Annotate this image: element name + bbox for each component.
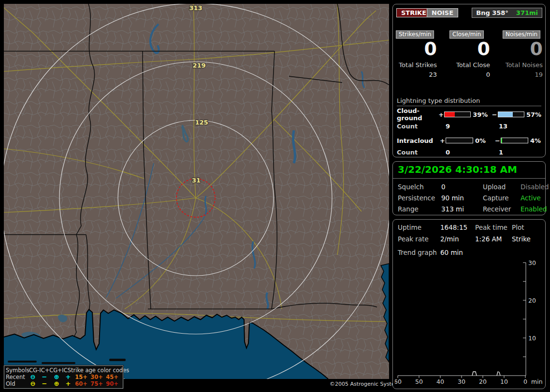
legend-age-header: Strike age color codes: [68, 367, 130, 374]
trend-series: [472, 372, 500, 376]
xtick-10: 10: [500, 378, 508, 385]
ic-count-row: Count 0 1: [397, 149, 541, 156]
cg-plus-count: 9: [446, 123, 499, 130]
receiver-status: Enabled: [521, 205, 549, 213]
close-counter: Close/min 0 Total Close 0: [449, 30, 490, 78]
ring-label-219: 219: [192, 62, 205, 69]
cg-minus-pct: 57%: [524, 111, 541, 118]
status-panel: 3/22/2026 4:30:18 AM Squelch 0 Upload Di…: [392, 161, 546, 215]
squelch-label: Squelch: [398, 183, 441, 191]
legend-col-pos-ic: +IC: [58, 367, 68, 374]
age-15: 15+: [73, 374, 89, 380]
cloud-ground-row: Cloud-ground + 39% − 57%: [397, 111, 541, 118]
strikes-per-min-chip: Strikes/min: [396, 30, 434, 39]
stats-rows: Uptime 1648:15 Peak time Plot Peak rate …: [393, 220, 545, 243]
trend-graph-label: Trend graph: [398, 249, 440, 256]
age-30: 30+: [89, 374, 104, 380]
strike-summary-panel: STRIKE NOISE Bng 358°371mi Strikes/min 0…: [392, 4, 546, 157]
ic-minus-pct: 4%: [528, 137, 541, 144]
xtick-40: 40: [436, 378, 444, 385]
rate-counters: Strikes/min 0 Total Strikes 23 Close/min…: [396, 30, 543, 78]
circle-minus-icon: ⊖: [27, 381, 39, 387]
legend-old-label: Old: [6, 380, 27, 387]
uptime-value: 1648:15: [440, 224, 475, 231]
uptime-label: Uptime: [398, 224, 440, 231]
squelch-value: 0: [441, 183, 483, 191]
copyright-text: ©2005 Astrogenic Systems: [330, 381, 403, 387]
peak-rate-value: 2/min: [440, 235, 475, 243]
ring-label-31: 31: [192, 177, 201, 184]
stats-trend-panel: Uptime 1648:15 Peak time Plot Peak rate …: [392, 219, 546, 389]
noises-counter: Noises/min 0 Total Noises 19: [503, 30, 543, 78]
minus-icon: −: [39, 374, 50, 380]
range-value: 313 mi: [441, 205, 483, 213]
total-noises-label: Total Noises: [503, 61, 543, 69]
strikes-per-min-value: 0: [396, 39, 437, 58]
receiver-label: Receiver: [483, 205, 521, 213]
ytick-10: 10: [528, 335, 536, 342]
close-per-min-value: 0: [449, 39, 490, 58]
ic-plus-count: 0: [446, 149, 499, 156]
cg-plus-pct: 39%: [471, 111, 492, 118]
close-per-min-chip: Close/min: [449, 30, 484, 39]
peak-time-label: Peak time: [475, 224, 512, 231]
minus-icon: −: [39, 381, 50, 387]
trend-graph-value: 60 min: [440, 249, 540, 256]
ic-plus-bar: [446, 138, 473, 143]
plot-label: Plot: [512, 224, 540, 231]
xtick-20: 20: [479, 378, 487, 385]
map-legend: Symbols -CG -IC +CG +IC Strike age color…: [4, 365, 123, 389]
x-unit-label: min: [531, 378, 543, 385]
age-45: 45+: [104, 374, 120, 380]
xtick-30: 30: [458, 378, 465, 385]
persistence-label: Persistence: [398, 194, 441, 202]
total-close-value: 0: [449, 71, 490, 78]
plot-value: Strike: [512, 235, 540, 243]
capture-status: Active: [521, 194, 549, 202]
legend-recent-label: Recent: [6, 374, 27, 380]
noises-per-min-value: 0: [503, 39, 543, 58]
plus-sign: +: [439, 137, 446, 144]
age-75: 75+: [89, 380, 104, 387]
legend-col-pos-cg: +CG: [45, 367, 58, 374]
bearing-display: Bng 358°371mi: [472, 8, 542, 18]
capture-label: Capture: [483, 194, 521, 202]
peak-time-value: 1:26 AM: [475, 235, 512, 243]
legend-recent-row: Recent ⊖ − ⊕ + 15+ 30+ 45+: [6, 374, 121, 380]
legend-header-row: Symbols -CG -IC +CG +IC Strike age color…: [6, 367, 121, 374]
ic-plus-pct: 0%: [473, 137, 494, 144]
trend-graph: 30 20 10 60 50 40 30 20 10 0 min: [395, 258, 544, 387]
upload-status: Disabled: [521, 183, 549, 191]
circle-plus-icon: ⊕: [50, 381, 63, 387]
bearing-value: Bng 358°: [476, 9, 508, 16]
total-noises-value: 19: [503, 71, 543, 78]
datetime-display: 3/22/2026 4:30:18 AM: [393, 162, 545, 179]
intracloud-row: Intracloud + 0% − 4%: [397, 137, 541, 144]
legend-symbols-header: Symbols: [6, 367, 27, 374]
legend-old-row: Old ⊖ − ⊕ + 60+ 75+ 90+: [6, 380, 121, 387]
app-window: { "colors": { "land": "#685b55", "water"…: [0, 0, 550, 392]
map-svg: 313 219 125 31: [4, 4, 389, 379]
trend-axes: [398, 263, 526, 378]
count-label: Count: [397, 123, 446, 130]
strike-toggle-button[interactable]: STRIKE: [396, 8, 431, 17]
distribution-header: Lightning type distribution: [397, 97, 541, 106]
xtick-60: 60: [395, 378, 402, 385]
persistence-value: 90 min: [441, 194, 483, 202]
minus-sign: −: [492, 111, 498, 118]
circle-plus-icon: ⊕: [50, 374, 63, 380]
legend-col-neg-cg: -CG: [27, 367, 37, 374]
lightning-type-distribution: Lightning type distribution Cloud-ground…: [397, 97, 541, 156]
cg-plus-bar: [444, 112, 471, 117]
xtick-0: 0: [523, 378, 527, 385]
ring-label-313: 313: [189, 4, 202, 12]
total-strikes-label: Total Strikes: [396, 61, 437, 69]
cloud-ground-label: Cloud-ground: [397, 107, 438, 122]
plus-icon: +: [63, 381, 73, 387]
lightning-map[interactable]: 313 219 125 31: [4, 4, 389, 379]
age-90: 90+: [104, 380, 120, 387]
intracloud-label: Intracloud: [397, 137, 439, 144]
age-60: 60+: [73, 380, 89, 387]
cg-count-row: Count 9 13: [397, 123, 541, 130]
noise-toggle-button[interactable]: NOISE: [427, 8, 458, 17]
